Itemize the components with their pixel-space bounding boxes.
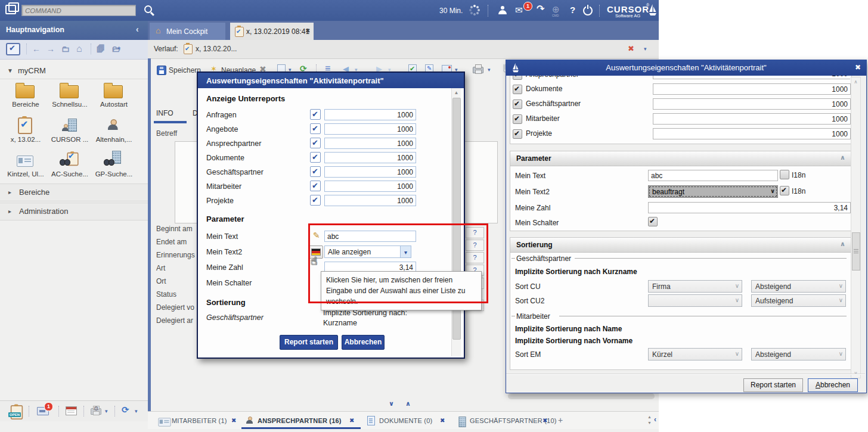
scroll-down-icon[interactable]: ▼ xyxy=(647,421,652,425)
report-start-button[interactable]: Report starten xyxy=(280,335,338,350)
sort-em-field-dropdown[interactable]: Kürzel∨ xyxy=(648,348,742,360)
subreport-checkbox[interactable] xyxy=(310,138,321,148)
collapse-icon[interactable]: ∧ xyxy=(840,240,845,248)
subreport-limit-input[interactable] xyxy=(653,83,851,95)
parameter-group-header[interactable]: Parameter ∧ xyxy=(510,151,851,166)
sort-em-direction-dropdown[interactable]: Absteigend∨ xyxy=(751,348,846,360)
home-icon[interactable]: ⌂ xyxy=(76,43,82,54)
sidebar-collapse-icon[interactable]: ‹ xyxy=(136,24,139,34)
history-item[interactable]: x, 13.02.20... xyxy=(196,45,237,53)
redo-icon[interactable]: ↷ xyxy=(537,4,544,14)
i18n-checkbox[interactable] xyxy=(780,170,789,179)
subreport-limit-input[interactable] xyxy=(653,128,851,139)
save-button[interactable]: Speichern xyxy=(169,66,201,74)
forward-icon[interactable]: → xyxy=(46,44,55,54)
subreport-checkbox[interactable] xyxy=(310,181,321,191)
dialog-scrollbar[interactable]: ▲ xyxy=(451,88,461,356)
window-titlebar[interactable]: Auswertungseigenschaften "Aktivitätenpor… xyxy=(506,60,866,76)
save-icon[interactable] xyxy=(157,66,166,75)
mein-text2-dropdown[interactable]: beauftragt ∨ xyxy=(648,185,778,198)
subreport-checkbox[interactable] xyxy=(310,123,321,134)
close-subtab-icon[interactable]: ✖ xyxy=(231,417,236,424)
subreport-checkbox[interactable] xyxy=(310,166,321,177)
sort-cu-field-dropdown[interactable]: Firma∨ xyxy=(648,280,742,293)
chevron-down-icon[interactable]: ▾ xyxy=(135,408,138,414)
subreport-limit-input[interactable] xyxy=(324,138,416,149)
sort-cu-direction-dropdown[interactable]: Absteigend∨ xyxy=(751,280,846,293)
subtab-ansprechpartner[interactable]: ANSPRECHPARTNER (16) xyxy=(258,417,342,424)
chevron-down-icon[interactable]: ▾ xyxy=(488,67,491,73)
subreport-limit-input[interactable] xyxy=(653,76,850,79)
sort-cu2-direction-dropdown[interactable]: Aufsteigend∨ xyxy=(751,294,846,307)
cancel-button[interactable]: Abbrechen xyxy=(808,378,858,392)
add-folder-icon[interactable]: 🗁+ xyxy=(112,44,120,54)
dialog-titlebar[interactable]: Auswertungseigenschaften "Aktivitätenpor… xyxy=(198,73,464,88)
inbox-icon[interactable]: ✉ xyxy=(515,5,523,14)
subreport-checkbox[interactable] xyxy=(513,129,522,139)
horizontal-scrollbar[interactable] xyxy=(508,393,655,399)
chevron-down-icon[interactable]: ▾ xyxy=(105,408,108,414)
subreport-limit-input[interactable] xyxy=(324,109,416,120)
chevron-down-icon[interactable]: ▾ xyxy=(644,46,647,52)
expand-left-icon[interactable]: ‹ xyxy=(654,415,656,424)
subreport-checkbox[interactable] xyxy=(310,109,321,120)
subreport-limit-input[interactable] xyxy=(324,123,416,135)
back-icon[interactable]: ← xyxy=(32,44,41,54)
close-subtab-icon[interactable]: ✖ xyxy=(349,417,354,424)
mein-schalter-checkbox[interactable] xyxy=(648,217,658,226)
user-icon[interactable] xyxy=(498,6,507,14)
search-icon[interactable] xyxy=(144,5,152,13)
window-scrollbar[interactable]: ∧ ∨ xyxy=(851,77,861,378)
cancel-button[interactable]: Abbrechen xyxy=(342,335,385,350)
help-icon[interactable]: ? xyxy=(570,5,575,15)
add-subtab-button[interactable]: + xyxy=(558,415,563,425)
scroll-up-icon[interactable]: ▲ xyxy=(452,90,461,95)
close-subtab-icon[interactable]: ✖ xyxy=(542,417,547,424)
sidebar-section-mycrm[interactable]: ▼ myCRM xyxy=(0,62,148,79)
close-window-icon[interactable]: ✖ xyxy=(855,63,861,72)
collapse-up-icon[interactable]: ∧ xyxy=(405,400,411,408)
scroll-up-icon[interactable]: ▲ xyxy=(647,415,652,419)
checklist-button[interactable]: ✔ xyxy=(6,43,20,55)
subreport-checkbox[interactable] xyxy=(310,152,321,163)
close-tab-icon[interactable]: ✖ xyxy=(305,27,310,34)
refresh-icon[interactable]: ⟳ xyxy=(122,405,129,414)
field-label: Status xyxy=(156,290,176,299)
mein-text-input[interactable] xyxy=(648,170,778,181)
sidebar-section-administration[interactable]: ▸ Administration xyxy=(0,203,148,220)
subreport-checkbox[interactable] xyxy=(310,195,321,206)
sort-cu2-field-dropdown[interactable]: ∨ xyxy=(648,294,742,307)
subreport-limit-input[interactable] xyxy=(324,195,416,206)
command-input[interactable] xyxy=(21,5,136,16)
sidebar-section-bereiche[interactable]: ▸ Bereiche xyxy=(0,184,148,201)
sort-group-header[interactable]: Sortierung ∧ xyxy=(510,238,851,253)
subreport-limit-input[interactable] xyxy=(324,152,416,163)
scrollbar-thumb[interactable] xyxy=(852,232,860,271)
print-icon[interactable] xyxy=(473,67,483,73)
subreport-checkbox[interactable] xyxy=(513,76,522,80)
clipboard-icon[interactable]: 🗐 xyxy=(97,44,105,54)
report-start-button[interactable]: Report starten xyxy=(743,378,803,392)
scroll-up-icon[interactable]: ∧ xyxy=(851,79,860,85)
calendar-icon[interactable] xyxy=(66,406,77,415)
subreport-checkbox[interactable] xyxy=(513,114,522,124)
subreport-limit-input[interactable] xyxy=(324,181,416,192)
subreport-checkbox[interactable] xyxy=(513,85,522,94)
power-icon[interactable] xyxy=(583,6,593,15)
close-history-icon[interactable]: ✖ xyxy=(628,44,634,53)
close-subtab-icon[interactable]: ✖ xyxy=(440,417,445,424)
subtab-dokumente[interactable]: DOKUMENTE (0) xyxy=(379,417,432,424)
tab-record[interactable]: x, 13.02.2019 08:41 ✖ xyxy=(230,23,314,40)
tab-mein-cockpit[interactable]: ⌂ Mein Cockpit xyxy=(150,23,225,40)
subreport-limit-input[interactable] xyxy=(653,113,851,125)
subreport-limit-input[interactable] xyxy=(653,98,851,110)
meine-zahl-input[interactable] xyxy=(648,202,851,213)
folder-up-icon[interactable]: 🗀 xyxy=(61,44,70,54)
subtab-mitarbeiter[interactable]: MITARBEITER (1) xyxy=(172,417,227,424)
collapse-icon[interactable]: ∧ xyxy=(840,154,845,161)
tab-info[interactable]: INFO xyxy=(156,109,173,117)
subreport-checkbox[interactable] xyxy=(513,100,522,109)
i18n-checkbox[interactable] xyxy=(780,186,789,195)
collapse-down-icon[interactable]: ∨ xyxy=(389,400,394,408)
subreport-limit-input[interactable] xyxy=(324,166,416,178)
